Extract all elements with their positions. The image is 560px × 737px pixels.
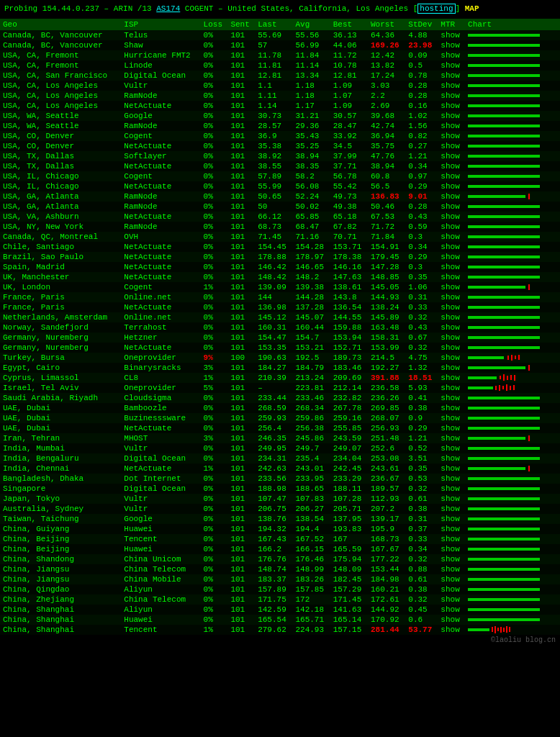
cell-best: 141.63 (330, 605, 368, 615)
col-header-worst: Worst (368, 19, 405, 30)
cell-chart (465, 584, 560, 594)
cell-mtr[interactable]: show (438, 554, 465, 564)
cell-chart (465, 383, 560, 393)
table-row: China, ShanghaiTencent1%101279.62224.931… (0, 625, 560, 635)
hosting-label[interactable]: hosting (417, 4, 455, 14)
cell-mtr[interactable]: show (438, 544, 465, 554)
cell-best: 188.11 (330, 484, 368, 494)
table-row: Japan, TokyoVultr0%101107.47107.83107.28… (0, 494, 560, 504)
cell-mtr[interactable]: show (438, 443, 465, 453)
cell-stddev: 0.34 (405, 242, 438, 252)
cell-mtr[interactable]: show (438, 81, 465, 91)
cell-mtr[interactable]: show (438, 393, 465, 403)
cell-chart (465, 524, 560, 534)
cell-mtr[interactable]: show (438, 322, 465, 333)
cell-mtr[interactable]: show (438, 333, 465, 343)
cell-geo: Bangladesh, Dhaka (0, 474, 121, 484)
cell-avg: 1.17 (292, 101, 330, 111)
cell-worst: 56.5 (368, 181, 405, 191)
cell-mtr[interactable]: show (438, 524, 465, 534)
cell-sent: 101 (227, 484, 255, 494)
as-link[interactable]: AS174 (156, 4, 180, 13)
cell-loss: 0% (201, 262, 228, 272)
cell-mtr[interactable]: show (438, 181, 465, 191)
cell-geo: USA, CA, Los Angeles (0, 91, 121, 101)
cell-mtr[interactable]: show (438, 131, 465, 141)
cell-mtr[interactable]: show (438, 50, 465, 60)
cell-chart (465, 282, 560, 292)
cell-mtr[interactable]: show (438, 514, 465, 524)
cell-loss: 1% (201, 282, 228, 292)
cell-mtr[interactable]: show (438, 564, 465, 574)
cell-mtr[interactable]: show (438, 272, 465, 282)
cell-stddev: 1.21 (405, 433, 438, 443)
cell-mtr[interactable]: show (438, 111, 465, 121)
cell-mtr[interactable]: show (438, 60, 465, 71)
cell-mtr[interactable]: show (438, 574, 465, 584)
cell-mtr[interactable]: show (438, 191, 465, 202)
cell-mtr[interactable]: show (438, 383, 465, 393)
table-row: Iran, TehranMHOST3%101246.35245.86243.59… (0, 433, 560, 443)
cell-isp: Cogent (121, 282, 200, 292)
cell-isp: NetActuate (121, 252, 200, 262)
cell-mtr[interactable]: show (438, 413, 465, 423)
cell-mtr[interactable]: show (438, 40, 465, 50)
cell-mtr[interactable]: show (438, 141, 465, 151)
cell-mtr[interactable]: show (438, 242, 465, 252)
cell-mtr[interactable]: show (438, 464, 465, 474)
cell-mtr[interactable]: show (438, 202, 465, 212)
cell-mtr[interactable]: show (438, 71, 465, 81)
cell-loss: 0% (201, 252, 228, 262)
cell-mtr[interactable]: show (438, 121, 465, 131)
cell-worst: 153.44 (368, 564, 405, 574)
cell-sent: 101 (227, 302, 255, 312)
cell-mtr[interactable]: show (438, 232, 465, 242)
cell-mtr[interactable]: show (438, 594, 465, 605)
cell-mtr[interactable]: show (438, 373, 465, 383)
cell-last: 30.73 (255, 111, 292, 121)
cell-chart (465, 252, 560, 262)
cell-stddev: 0.38 (405, 584, 438, 594)
cell-mtr[interactable]: show (438, 312, 465, 322)
cell-mtr[interactable]: show (438, 151, 465, 161)
cell-mtr[interactable]: show (438, 292, 465, 302)
cell-mtr[interactable]: show (438, 484, 465, 494)
cell-mtr[interactable]: show (438, 494, 465, 504)
cell-mtr[interactable]: show (438, 282, 465, 292)
cell-mtr[interactable]: show (438, 343, 465, 353)
cell-last: 138.76 (255, 514, 292, 524)
cell-mtr[interactable]: show (438, 262, 465, 272)
cell-mtr[interactable]: show (438, 403, 465, 413)
cell-mtr[interactable]: show (438, 584, 465, 594)
cell-mtr[interactable]: show (438, 91, 465, 101)
cell-mtr[interactable]: show (438, 433, 465, 443)
cell-chart (465, 212, 560, 222)
cell-mtr[interactable]: show (438, 161, 465, 171)
cell-mtr[interactable]: show (438, 504, 465, 514)
cell-avg: 172 (292, 594, 330, 605)
cell-mtr[interactable]: show (438, 423, 465, 433)
cell-mtr[interactable]: show (438, 101, 465, 111)
cell-last: 165.54 (255, 615, 292, 625)
cell-mtr[interactable]: show (438, 302, 465, 312)
cell-mtr[interactable]: show (438, 625, 465, 635)
cell-last: 246.35 (255, 433, 292, 443)
cell-mtr[interactable]: show (438, 363, 465, 373)
cell-mtr[interactable]: show (438, 615, 465, 625)
map-link[interactable]: MAP (465, 4, 479, 13)
cell-mtr[interactable]: show (438, 605, 465, 615)
cell-mtr[interactable]: show (438, 453, 465, 464)
cell-chart (465, 413, 560, 423)
cell-mtr[interactable]: show (438, 222, 465, 232)
cell-mtr[interactable]: show (438, 212, 465, 222)
cell-mtr[interactable]: show (438, 252, 465, 262)
cell-mtr[interactable]: show (438, 534, 465, 544)
cell-mtr[interactable]: show (438, 474, 465, 484)
cell-isp: Oneprovider (121, 353, 200, 363)
cell-mtr[interactable]: show (438, 30, 465, 40)
cell-mtr[interactable]: show (438, 353, 465, 363)
cell-geo: USA, GA, Atlanta (0, 202, 121, 212)
cell-geo: USA, CO, Denver (0, 141, 121, 151)
cell-best: 34.5 (330, 141, 368, 151)
cell-mtr[interactable]: show (438, 171, 465, 181)
